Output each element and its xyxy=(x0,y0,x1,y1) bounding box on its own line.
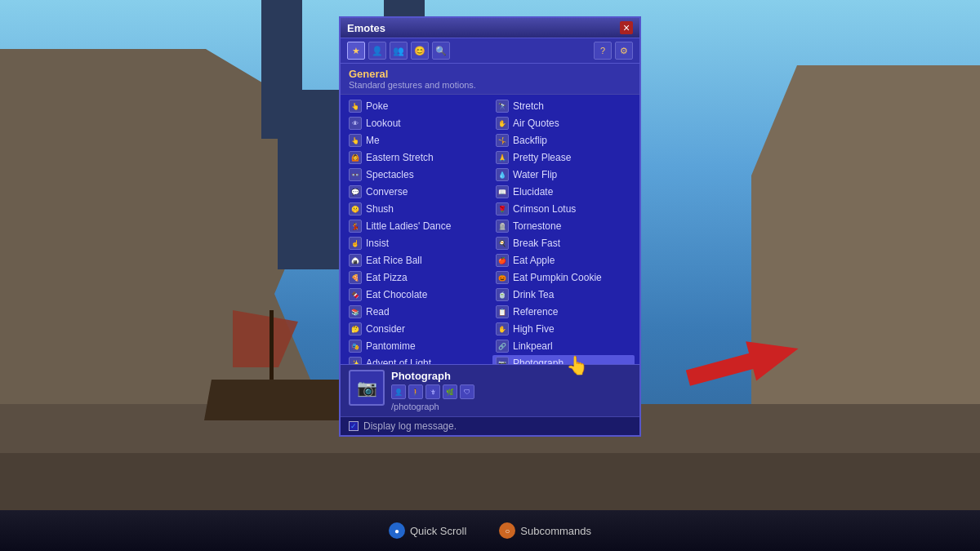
emote-icon: 🔗 xyxy=(496,340,509,353)
list-item[interactable]: 🪦 Tornestone xyxy=(492,218,635,234)
emote-icon: 🤫 xyxy=(349,202,362,216)
emote-label: Drink Tea xyxy=(513,289,554,300)
list-item[interactable]: 🙏 Pretty Please xyxy=(492,149,635,166)
emotes-panel: Emotes × ★ 👤 👥 😊 🔍 ? ⚙ General Standard … xyxy=(339,16,641,437)
detail-sub-icon-2: 🚶 xyxy=(408,384,423,399)
emote-label: Photograph xyxy=(513,358,564,364)
detail-sub-icon-3: 🗡 xyxy=(425,384,440,399)
list-item[interactable]: 🙆 Eastern Stretch xyxy=(345,149,488,166)
category-description: Standard gestures and motions. xyxy=(349,80,631,92)
detail-text: Photograph 👤 🚶 🗡 🌿 🛡 /photograph xyxy=(391,370,631,411)
list-item[interactable]: 🌹 Crimson Lotus xyxy=(492,201,635,217)
emote-label: Consider xyxy=(366,323,405,335)
tab-character[interactable]: 👤 xyxy=(368,42,386,60)
list-item[interactable]: ✋ Air Quotes xyxy=(492,115,635,131)
quick-scroll-button: ● xyxy=(389,522,405,539)
emote-label: Lookout xyxy=(366,118,401,129)
log-checkbox[interactable]: ✓ xyxy=(349,421,359,431)
emote-icon: 🤸 xyxy=(496,134,509,147)
list-item[interactable]: 👆 Poke xyxy=(345,98,488,114)
emote-label: Eat Rice Ball xyxy=(366,255,422,266)
emote-icon: 🙏 xyxy=(496,151,509,164)
list-item[interactable]: 🤔 Consider xyxy=(345,321,488,337)
list-item[interactable]: 🔗 Linkpearl xyxy=(492,338,635,354)
subcommands-button: ○ xyxy=(499,522,515,539)
emote-label: Poke xyxy=(366,100,388,112)
boat xyxy=(204,322,351,420)
emote-label: Converse xyxy=(366,186,408,198)
emote-icon: 🍙 xyxy=(349,254,362,267)
list-item[interactable]: 🎃 Eat Pumpkin Cookie xyxy=(492,269,635,286)
emote-label: Insist xyxy=(366,238,389,249)
list-item[interactable]: 📋 Reference xyxy=(492,304,635,320)
list-item[interactable]: 🍙 Eat Rice Ball xyxy=(345,252,488,269)
emote-label: Backflip xyxy=(513,135,547,146)
emote-icon: 🎭 xyxy=(349,340,362,353)
list-item[interactable]: 📖 Elucidate xyxy=(492,184,635,200)
emote-icon: ✋ xyxy=(496,322,509,335)
list-item-selected[interactable]: 📷 Photograph xyxy=(492,355,635,364)
emote-label: Eat Pumpkin Cookie xyxy=(513,272,602,283)
emote-icon: 👓 xyxy=(349,168,362,181)
emote-icon: 💃 xyxy=(349,220,362,233)
list-item[interactable]: ☝ Insist xyxy=(345,235,488,251)
emote-label: Pantomime xyxy=(366,340,416,352)
emote-icon: 👆 xyxy=(349,100,362,113)
emote-icon: ☝ xyxy=(349,237,362,250)
list-item[interactable]: 🍎 Eat Apple xyxy=(492,252,635,269)
tab-expressions[interactable]: 😊 xyxy=(411,42,429,60)
list-item[interactable]: 🍵 Drink Tea xyxy=(492,287,635,303)
list-item[interactable]: 🍕 Eat Pizza xyxy=(345,269,488,286)
svg-marker-0 xyxy=(686,339,800,388)
settings-button[interactable]: ⚙ xyxy=(615,42,633,60)
list-item[interactable]: 🍳 Break Fast xyxy=(492,235,635,251)
emote-columns: 👆 Poke 🔭 Stretch 👁 Lookout ✋ Air Quotes … xyxy=(345,98,635,364)
emote-label: Read xyxy=(366,306,390,318)
emote-label: Me xyxy=(366,135,380,146)
emote-icon: 🔭 xyxy=(496,100,509,113)
emote-label: Eat Pizza xyxy=(366,272,408,283)
list-item[interactable]: 🎭 Pantomime xyxy=(345,338,488,354)
list-item[interactable]: 🤫 Shush xyxy=(345,201,488,217)
list-item[interactable]: 💃 Little Ladies' Dance xyxy=(345,218,488,234)
list-item[interactable]: 💬 Converse xyxy=(345,184,488,200)
emote-icon: 🪦 xyxy=(496,220,509,233)
list-item[interactable]: 📚 Read xyxy=(345,304,488,320)
list-item[interactable]: 👆 Me xyxy=(345,132,488,149)
tab-favorites[interactable]: ★ xyxy=(347,42,365,60)
quick-scroll-item: ● Quick Scroll xyxy=(389,522,466,539)
emote-icon: 🍫 xyxy=(349,288,362,301)
tab-group[interactable]: 👥 xyxy=(390,42,408,60)
emote-icon: ✨ xyxy=(349,357,362,364)
list-item[interactable]: 🍫 Eat Chocolate xyxy=(345,287,488,303)
close-button[interactable]: × xyxy=(620,21,633,34)
list-item[interactable]: 💧 Water Flip xyxy=(492,167,635,183)
emote-icon: 🍕 xyxy=(349,271,362,284)
emote-icon: 🌹 xyxy=(496,202,509,216)
category-title: General xyxy=(349,68,631,80)
emote-icon: 👁 xyxy=(349,117,362,130)
emote-label: Elucidate xyxy=(513,186,553,198)
emote-icon: 💬 xyxy=(349,185,362,198)
emote-label: Pretty Please xyxy=(513,152,571,163)
emote-label: Little Ladies' Dance xyxy=(366,220,451,232)
list-item[interactable]: ✋ High Five xyxy=(492,321,635,337)
subcommands-item: ○ Subcommands xyxy=(499,522,591,539)
emote-icon: 🙆 xyxy=(349,151,362,164)
help-button[interactable]: ? xyxy=(594,42,612,60)
list-item[interactable]: 🔭 Stretch xyxy=(492,98,635,114)
emote-icon: ✋ xyxy=(496,117,509,130)
list-item[interactable]: 👓 Spectacles xyxy=(345,167,488,183)
emote-label: Eat Apple xyxy=(513,255,555,266)
list-item[interactable]: 🤸 Backflip xyxy=(492,132,635,149)
emote-list[interactable]: 👆 Poke 🔭 Stretch 👁 Lookout ✋ Air Quotes … xyxy=(341,95,639,364)
emote-label: Crimson Lotus xyxy=(513,203,576,215)
category-header: General Standard gestures and motions. xyxy=(341,64,639,94)
tab-search[interactable]: 🔍 xyxy=(432,42,450,60)
list-item[interactable]: 👁 Lookout xyxy=(345,115,488,131)
emote-icon: 🍳 xyxy=(496,237,509,250)
emote-label: Spectacles xyxy=(366,169,414,180)
list-item[interactable]: ✨ Advent of Light xyxy=(345,355,488,364)
emote-icon: 🍵 xyxy=(496,288,509,301)
emote-icon: 🎃 xyxy=(496,271,509,284)
